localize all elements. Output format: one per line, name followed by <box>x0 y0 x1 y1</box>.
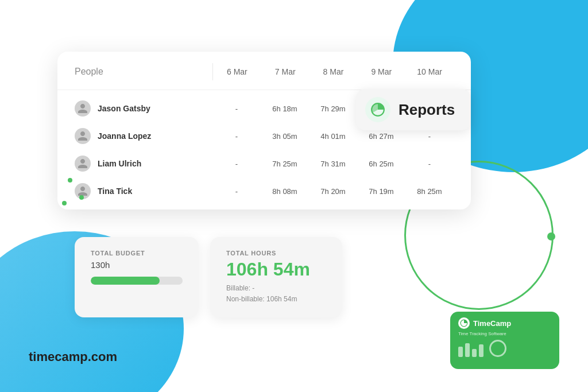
reports-badge[interactable]: Reports <box>356 89 471 130</box>
tc-bar-2 <box>465 343 470 357</box>
people-table-card: People 6 Mar 7 Mar 8 Mar 9 Mar 10 Mar Ja… <box>57 52 471 209</box>
cell-2-0: - <box>212 160 261 168</box>
tc-header: TimeCamp <box>458 317 551 329</box>
tc-circle-preview <box>489 340 506 357</box>
cell-1-4: - <box>405 132 454 141</box>
progress-bar-fill <box>91 277 160 285</box>
person-name-3: Tina Tick <box>98 187 132 196</box>
cell-3-4: 8h 25m <box>405 187 454 196</box>
cell-3-1: 8h 08m <box>261 187 309 196</box>
budget-value: 130h <box>91 260 183 270</box>
total-hours-card: TOTAL HOURS 106h 54m Billable: - Non-bil… <box>210 237 342 317</box>
cell-3-0: - <box>212 187 261 196</box>
avatar-2 <box>75 156 91 172</box>
cell-2-2: 7h 31m <box>309 160 357 168</box>
decorative-dot-2 <box>79 195 84 200</box>
person-info-2: Liam Ulrich <box>75 156 212 172</box>
person-info-0: Jason Gatsby <box>75 100 212 117</box>
cell-0-1: 6h 18m <box>261 104 309 113</box>
bottom-cards: TOTAL BUDGET 130h TOTAL HOURS 106h 54m B… <box>75 237 342 317</box>
reports-icon <box>365 97 390 122</box>
date-header-3: 9 Mar <box>357 67 405 76</box>
tc-name: TimeCamp <box>473 319 511 328</box>
tc-subtitle: Time Tracking Software <box>458 331 551 336</box>
hours-value: 106h 54m <box>226 260 326 278</box>
tc-bar-4 <box>479 344 483 357</box>
people-column-header: People <box>75 67 212 77</box>
site-url: timecamp.com <box>29 350 117 364</box>
cell-3-2: 7h 20m <box>309 187 357 196</box>
cell-1-0: - <box>212 132 261 141</box>
date-header-2: 8 Mar <box>310 67 358 76</box>
tc-preview <box>458 340 551 357</box>
cell-2-4: - <box>405 160 454 168</box>
decorative-dot-1 <box>68 178 72 183</box>
person-name-0: Jason Gatsby <box>98 104 150 113</box>
reports-label: Reports <box>399 101 455 119</box>
person-info-1: Joanna Lopez <box>75 128 212 144</box>
cell-1-1: 3h 05m <box>261 132 309 141</box>
main-content: People 6 Mar 7 Mar 8 Mar 9 Mar 10 Mar Ja… <box>0 0 588 392</box>
decorative-dot-3 <box>62 201 67 205</box>
hours-label: TOTAL HOURS <box>226 250 326 257</box>
circle-dot <box>547 232 555 240</box>
date-header-0: 6 Mar <box>213 67 261 76</box>
person-name-2: Liam Ulrich <box>98 159 141 168</box>
billable-line: Billable: - <box>226 283 326 294</box>
budget-label: TOTAL BUDGET <box>91 250 183 257</box>
avatar-0 <box>75 100 91 117</box>
timecamp-card: TimeCamp Time Tracking Software <box>450 312 559 369</box>
tc-bar-3 <box>472 349 477 357</box>
person-info-3: Tina Tick <box>75 183 212 199</box>
tc-bar-1 <box>458 347 463 357</box>
cell-0-0: - <box>212 104 261 113</box>
cell-0-2: 7h 29m <box>309 104 357 113</box>
date-header-1: 7 Mar <box>261 67 310 76</box>
date-header-4: 10 Mar <box>405 67 454 76</box>
tc-logo-icon <box>458 317 470 329</box>
table-header: People 6 Mar 7 Mar 8 Mar 9 Mar 10 Mar <box>57 52 471 90</box>
total-budget-card: TOTAL BUDGET 130h <box>75 237 199 317</box>
person-name-1: Joanna Lopez <box>98 131 151 141</box>
cell-3-3: 7h 19m <box>357 187 405 196</box>
cell-2-3: 6h 25m <box>357 160 405 168</box>
billable-info: Billable: - Non-billable: 106h 54m <box>226 283 326 305</box>
cell-2-1: 7h 25m <box>261 160 309 168</box>
avatar-1 <box>75 128 91 144</box>
cell-1-2: 4h 01m <box>309 132 357 141</box>
cell-1-3: 6h 27m <box>357 132 405 141</box>
table-row: Tina Tick - 8h 08m 7h 20m 7h 19m 8h 25m <box>57 177 471 205</box>
table-row: Liam Ulrich - 7h 25m 7h 31m 6h 25m - <box>57 150 471 177</box>
non-billable-line: Non-billable: 106h 54m <box>226 294 326 305</box>
progress-bar-background <box>91 277 183 285</box>
